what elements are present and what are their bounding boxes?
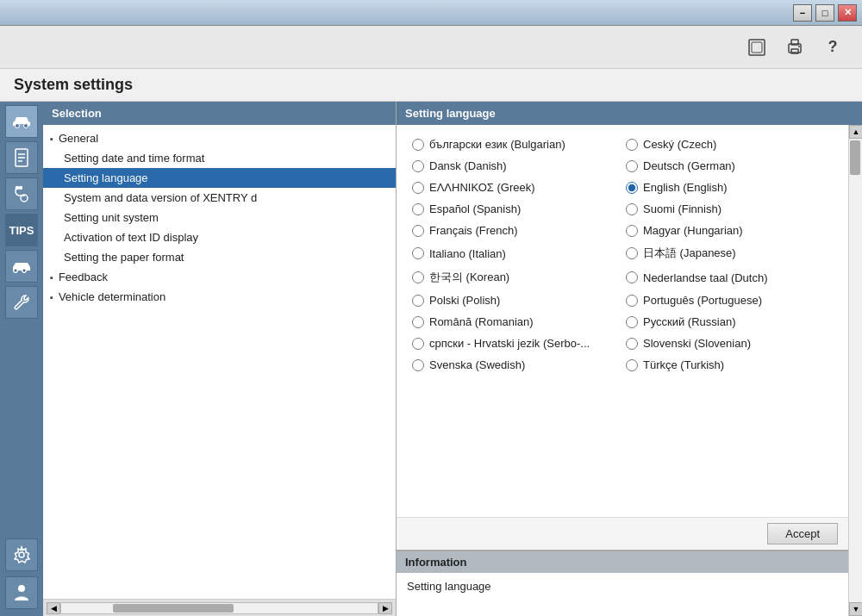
scroll-up-button[interactable]: ▲ xyxy=(849,125,862,139)
tree-item-unit[interactable]: Setting unit system xyxy=(43,208,396,227)
lang-label-fi: Suomi (Finnish) xyxy=(643,202,721,215)
sidebar-icon-person[interactable] xyxy=(5,576,38,609)
tree-item-textid[interactable]: Activation of text ID display xyxy=(43,227,396,247)
radio-pt[interactable] xyxy=(626,295,638,307)
tree-item-vehicle[interactable]: ▪ Vehicle determination xyxy=(43,287,396,307)
close-button[interactable]: ✕ xyxy=(838,4,857,22)
lang-option-hu[interactable]: Magyar (Hungarian) xyxy=(622,220,836,241)
tree-scrollbar: ◀ ▶ xyxy=(43,599,396,616)
sidebar-icon-stethoscope[interactable] xyxy=(5,177,38,210)
radio-tr[interactable] xyxy=(626,359,638,371)
help-icon[interactable]: ? xyxy=(821,35,845,59)
radio-es[interactable] xyxy=(412,203,424,215)
svg-point-14 xyxy=(20,187,22,190)
minimize-button[interactable]: − xyxy=(793,4,812,22)
lang-label-nl: Nederlandse taal (Dutch) xyxy=(643,271,768,284)
svg-rect-4 xyxy=(791,49,798,53)
radio-bg[interactable] xyxy=(412,139,424,151)
lang-option-el[interactable]: ΕΛΛΗΝΙΚΟΣ (Greek) xyxy=(409,177,622,198)
scroll-right-button[interactable]: ▶ xyxy=(378,602,392,614)
sidebar-icon-wrench[interactable] xyxy=(5,286,38,319)
radio-ro[interactable] xyxy=(412,316,424,328)
toolbar: ? xyxy=(0,26,862,69)
lang-option-ja[interactable]: 日本語 (Japanese) xyxy=(622,241,836,265)
sidebar-icon-tips[interactable]: TIPS xyxy=(5,214,38,246)
right-panel-header: Setting language xyxy=(397,102,862,125)
right-panel-scrollbar: ▲ ▼ xyxy=(848,125,862,616)
sidebar-icon-car2[interactable] xyxy=(5,250,38,283)
sidebar-icon-doc[interactable] xyxy=(5,141,38,174)
svg-point-15 xyxy=(14,269,17,272)
tree-item-paper[interactable]: Setting the paper format xyxy=(43,247,396,267)
maximize-button[interactable]: □ xyxy=(815,4,834,22)
radio-de[interactable] xyxy=(626,160,638,172)
tree-label-textid: Activation of text ID display xyxy=(64,231,198,244)
lang-option-en[interactable]: English (English) xyxy=(622,177,836,198)
scroll-track[interactable] xyxy=(849,139,862,602)
radio-nl[interactable] xyxy=(626,271,638,283)
lang-option-pt[interactable]: Português (Portuguese) xyxy=(622,289,836,311)
lang-option-de[interactable]: Deutsch (German) xyxy=(622,155,836,177)
tree-expand-general: ▪ xyxy=(50,134,53,144)
lang-option-da[interactable]: Dansk (Danish) xyxy=(409,155,622,177)
radio-cs[interactable] xyxy=(626,139,638,151)
svg-point-16 xyxy=(22,269,26,272)
lang-option-sr[interactable]: српски - Hrvatski jezik (Serbo-... xyxy=(409,333,622,354)
scroll-down-button[interactable]: ▼ xyxy=(849,602,862,616)
page-title-bar: System settings xyxy=(0,69,862,102)
tree-item-xentry[interactable]: System and data version of XENTRY d xyxy=(43,188,396,208)
radio-it[interactable] xyxy=(412,247,424,259)
lang-label-ru: Русский (Russian) xyxy=(643,315,735,328)
h-scroll-thumb[interactable] xyxy=(113,604,234,613)
sidebar-icon-gear[interactable] xyxy=(5,538,38,571)
scroll-left-button[interactable]: ◀ xyxy=(47,602,60,614)
radio-sv[interactable] xyxy=(412,359,424,371)
radio-hu[interactable] xyxy=(626,225,638,237)
lang-option-it[interactable]: Italiano (Italian) xyxy=(409,241,622,265)
radio-sr[interactable] xyxy=(412,338,424,350)
tree-item-feedback[interactable]: ▪ Feedback xyxy=(43,267,396,287)
lang-option-nl[interactable]: Nederlandse taal (Dutch) xyxy=(622,265,836,289)
radio-pl[interactable] xyxy=(412,295,424,307)
main-container: System settings TIPS xyxy=(0,69,862,616)
lang-option-pl[interactable]: Polski (Polish) xyxy=(409,289,622,311)
svg-point-18 xyxy=(18,585,25,592)
window-controls: − □ ✕ xyxy=(793,4,857,22)
radio-ru[interactable] xyxy=(626,316,638,328)
lang-option-cs[interactable]: Ceský (Czech) xyxy=(622,134,836,155)
print-icon[interactable] xyxy=(783,35,807,59)
lang-option-ro[interactable]: Română (Romanian) xyxy=(409,311,622,333)
lang-option-ru[interactable]: Русский (Russian) xyxy=(622,311,836,333)
sidebar-icon-car[interactable] xyxy=(5,105,38,138)
lang-option-es[interactable]: Español (Spanish) xyxy=(409,198,622,220)
lang-option-sl[interactable]: Slovenski (Slovenian) xyxy=(622,333,836,354)
info-content: Setting language xyxy=(397,573,848,616)
lang-label-en: English (English) xyxy=(643,181,728,194)
radio-ja[interactable] xyxy=(626,247,638,259)
accept-button[interactable]: Accept xyxy=(767,523,838,544)
lang-option-sv[interactable]: Svenska (Swedish) xyxy=(409,354,622,376)
lang-option-tr[interactable]: Türkçe (Turkish) xyxy=(622,354,836,376)
lang-label-ro: Română (Romanian) xyxy=(429,315,534,328)
window-icon[interactable] xyxy=(745,35,769,59)
radio-fi[interactable] xyxy=(626,203,638,215)
tree-item-date-time[interactable]: Setting date and time format xyxy=(43,148,396,168)
tree-expand-vehicle: ▪ xyxy=(50,292,53,302)
scroll-thumb[interactable] xyxy=(850,140,860,175)
radio-ko[interactable] xyxy=(412,271,424,283)
tree-item-general[interactable]: ▪ General xyxy=(43,128,396,148)
tree-item-language[interactable]: Setting language xyxy=(43,168,396,188)
radio-el[interactable] xyxy=(412,182,424,194)
svg-point-7 xyxy=(24,124,28,128)
lang-option-fi[interactable]: Suomi (Finnish) xyxy=(622,198,836,220)
radio-fr[interactable] xyxy=(412,225,424,237)
lang-option-ko[interactable]: 한국의 (Korean) xyxy=(409,265,622,289)
lang-option-bg[interactable]: български език (Bulgarian) xyxy=(409,134,622,155)
h-scrollbar[interactable] xyxy=(60,602,378,614)
radio-en[interactable] xyxy=(626,182,638,194)
tree-label-language: Setting language xyxy=(64,171,148,184)
lang-label-sr: српски - Hrvatski jezik (Serbo-... xyxy=(429,337,590,350)
lang-option-fr[interactable]: Français (French) xyxy=(409,220,622,241)
radio-da[interactable] xyxy=(412,160,424,172)
radio-sl[interactable] xyxy=(626,338,638,350)
